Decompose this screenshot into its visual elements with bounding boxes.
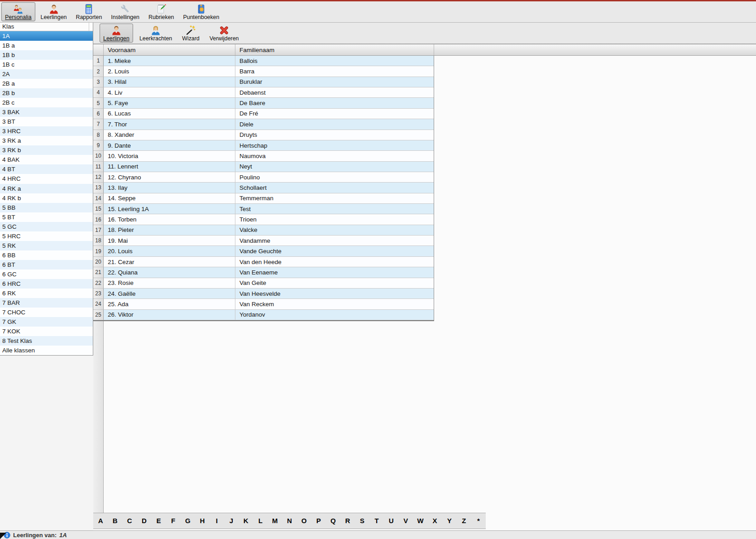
alphabet-letter[interactable]: * <box>471 513 486 529</box>
sidebar-item-class[interactable]: 2A <box>0 69 93 79</box>
row-number[interactable]: 12 <box>93 172 104 183</box>
sidebar-item-class[interactable]: 7 BAR <box>0 298 93 308</box>
toolbar-button-personalia[interactable]: Personalia <box>1 2 35 21</box>
alphabet-letter[interactable]: D <box>137 513 151 529</box>
sidebar-item-class[interactable]: 5 HRC <box>0 231 93 241</box>
table-row[interactable]: 9 9. Dante Hertschap <box>93 140 434 151</box>
sidebar-item-class[interactable]: 2B c <box>0 98 93 107</box>
row-number[interactable]: 14 <box>93 193 104 204</box>
cell-voornaam[interactable]: 11. Lennert <box>104 162 235 172</box>
cell-voornaam[interactable]: 22. Quiana <box>104 267 235 278</box>
alphabet-letter[interactable]: M <box>268 513 282 529</box>
subtoolbar-button-verwijderen[interactable]: Verwijderen <box>206 24 243 43</box>
table-row[interactable]: 24 25. Ada Van Reckem <box>93 299 434 309</box>
cell-familienaam[interactable]: Van den Heede <box>235 257 434 267</box>
cell-voornaam[interactable]: 7. Thor <box>104 119 235 130</box>
cell-voornaam[interactable]: 12. Chyrano <box>104 172 235 183</box>
alphabet-letter[interactable]: J <box>224 513 239 529</box>
cell-familienaam[interactable]: Van Eenaeme <box>235 267 434 278</box>
cell-voornaam[interactable]: 18. Pieter <box>104 225 235 236</box>
cell-voornaam[interactable]: 15. Leerling 1A <box>104 204 235 214</box>
cell-voornaam[interactable]: 14. Seppe <box>104 193 235 204</box>
cell-familienaam[interactable]: Temmerman <box>235 193 434 204</box>
sidebar-item-class[interactable]: 1A <box>0 31 93 41</box>
sidebar-item-class[interactable]: 6 RK <box>0 289 93 298</box>
cell-familienaam[interactable]: Diele <box>235 119 434 130</box>
sidebar-item-class[interactable]: 3 BT <box>0 117 93 126</box>
row-number[interactable]: 21 <box>93 267 104 278</box>
cell-familienaam[interactable]: De Baere <box>235 98 434 108</box>
sidebar-item-class[interactable]: 6 BB <box>0 250 93 260</box>
table-row[interactable]: 20 21. Cezar Van den Heede <box>93 257 434 267</box>
toolbar-button-rubrieken[interactable]: Rubrieken <box>145 2 177 21</box>
sidebar-item-class[interactable]: 1B b <box>0 50 93 60</box>
alphabet-letter[interactable]: V <box>398 513 413 529</box>
toolbar-button-instellingen[interactable]: Instellingen <box>107 2 143 21</box>
alphabet-letter[interactable]: W <box>413 513 427 529</box>
table-row[interactable]: 6 6. Lucas De Fré <box>93 109 434 119</box>
cell-voornaam[interactable]: 2. Louis <box>104 66 235 77</box>
cell-familienaam[interactable]: Test <box>235 204 434 214</box>
table-row[interactable]: 2 2. Louis Barra <box>93 66 434 77</box>
cell-voornaam[interactable]: 21. Cezar <box>104 257 235 267</box>
row-number[interactable]: 19 <box>93 246 104 256</box>
toolbar-button-leerlingen[interactable]: Leerlingen <box>37 2 71 21</box>
cell-familienaam[interactable]: Naumova <box>235 151 434 161</box>
table-row[interactable]: 1 1. Mieke Ballois <box>93 56 434 66</box>
subtoolbar-button-wizard[interactable]: Wizard <box>178 24 203 43</box>
cell-voornaam[interactable]: 26. Viktor <box>104 310 235 320</box>
alphabet-letter[interactable]: T <box>369 513 384 529</box>
alphabet-letter[interactable]: Q <box>326 513 340 529</box>
sidebar-item-class[interactable]: 4 RK b <box>0 193 93 203</box>
cell-familienaam[interactable]: Neyt <box>235 162 434 172</box>
row-number[interactable]: 9 <box>93 140 104 151</box>
alphabet-letter[interactable]: O <box>297 513 311 529</box>
sidebar-item-class[interactable]: 7 CHOC <box>0 308 93 317</box>
class-panel-header[interactable]: Klas <box>0 23 93 31</box>
cell-familienaam[interactable]: De Fré <box>235 109 434 119</box>
row-number[interactable]: 16 <box>93 214 104 225</box>
cell-familienaam[interactable]: Van Geite <box>235 278 434 289</box>
cell-voornaam[interactable]: 24. Gaëlle <box>104 289 235 299</box>
sidebar-item-class[interactable]: 2B a <box>0 79 93 88</box>
alphabet-letter[interactable]: B <box>108 513 122 529</box>
cell-familienaam[interactable]: Barra <box>235 66 434 77</box>
row-number[interactable]: 13 <box>93 183 104 193</box>
sidebar-item-class[interactable]: 3 RK b <box>0 145 93 155</box>
alphabet-letter[interactable]: X <box>428 513 442 529</box>
row-number[interactable]: 3 <box>93 77 104 87</box>
row-number[interactable]: 10 <box>93 151 104 161</box>
cell-voornaam[interactable]: 4. Liv <box>104 87 235 98</box>
cell-familienaam[interactable]: Druyts <box>235 130 434 140</box>
table-row[interactable]: 11 11. Lennert Neyt <box>93 162 434 172</box>
row-number[interactable]: 6 <box>93 109 104 119</box>
alphabet-letter[interactable]: Y <box>442 513 457 529</box>
cell-familienaam[interactable]: Yordanov <box>235 310 434 320</box>
alphabet-letter[interactable]: S <box>355 513 369 529</box>
cell-familienaam[interactable]: Van Heesvelde <box>235 289 434 299</box>
row-number[interactable]: 17 <box>93 225 104 236</box>
sidebar-item-class[interactable]: 1B c <box>0 60 93 69</box>
row-number[interactable]: 15 <box>93 204 104 214</box>
row-number[interactable]: 7 <box>93 119 104 130</box>
cell-voornaam[interactable]: 3. Hilal <box>104 77 235 87</box>
sidebar-item-class[interactable]: 6 BT <box>0 260 93 270</box>
table-row[interactable]: 8 8. Xander Druyts <box>93 130 434 140</box>
table-row[interactable]: 22 23. Rosie Van Geite <box>93 278 434 289</box>
sidebar-item-class[interactable]: 4 RK a <box>0 184 93 193</box>
sidebar-item-class[interactable]: 2B b <box>0 88 93 98</box>
row-number[interactable]: 18 <box>93 236 104 246</box>
alphabet-letter[interactable]: E <box>151 513 166 529</box>
cell-familienaam[interactable]: Schollaert <box>235 183 434 193</box>
sidebar-item-class[interactable]: 5 RK <box>0 241 93 250</box>
alphabet-letter[interactable]: H <box>195 513 210 529</box>
cell-familienaam[interactable]: Van Reckem <box>235 299 434 309</box>
cell-voornaam[interactable]: 20. Louis <box>104 246 235 256</box>
sidebar-item-class[interactable]: 4 BT <box>0 164 93 174</box>
table-row[interactable]: 16 16. Torben Trioen <box>93 214 434 225</box>
row-number[interactable]: 22 <box>93 278 104 289</box>
table-row[interactable]: 18 19. Mai Vandamme <box>93 236 434 246</box>
sidebar-item-class[interactable]: 3 BAK <box>0 107 93 117</box>
table-row[interactable]: 4 4. Liv Debaenst <box>93 87 434 98</box>
sidebar-item-class[interactable]: 6 GC <box>0 270 93 279</box>
